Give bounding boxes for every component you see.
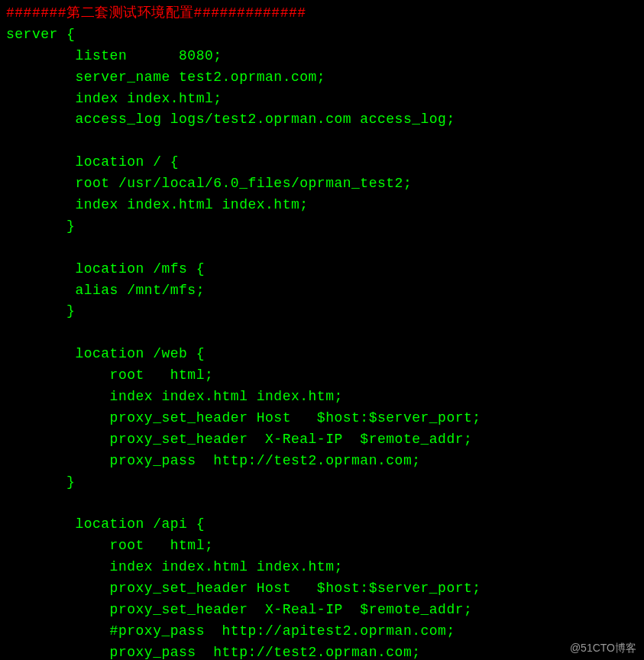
code-line: server {	[6, 24, 638, 46]
code-line	[6, 238, 638, 259]
code-line: proxy_set_header Host $host:$server_port…	[6, 578, 638, 600]
code-line: proxy_set_header X-Real-IP $remote_addr;	[6, 429, 638, 451]
code-line: root html;	[6, 535, 638, 557]
terminal-output: #######第二套测试环境配置#############server { li…	[0, 0, 644, 660]
code-line	[6, 131, 638, 152]
code-line: #######第二套测试环境配置#############	[6, 3, 638, 24]
watermark: @51CTO博客	[570, 642, 636, 655]
code-line: root /usr/local/6.0_files/oprman_test2;	[6, 173, 638, 195]
code-line: }	[6, 216, 638, 238]
code-line	[6, 322, 638, 344]
code-line: alias /mnt/mfs;	[6, 280, 638, 302]
code-line: location /mfs {	[6, 259, 638, 280]
code-line: root html;	[6, 365, 638, 387]
code-line: #proxy_pass http://apitest2.oprman.com;	[6, 621, 638, 642]
code-line: location / {	[6, 152, 638, 173]
code-line: proxy_pass http://test2.oprman.com;	[6, 642, 638, 660]
code-line: server_name test2.oprman.com;	[6, 67, 638, 89]
code-line: listen 8080;	[6, 46, 638, 67]
code-line: location /api {	[6, 514, 638, 535]
code-line	[6, 493, 638, 514]
code-line: }	[6, 301, 638, 322]
code-line: index index.html index.htm;	[6, 557, 638, 578]
code-line: access_log logs/test2.oprman.com access_…	[6, 109, 638, 131]
code-line: proxy_set_header Host $host:$server_port…	[6, 408, 638, 429]
code-line: index index.html;	[6, 89, 638, 110]
code-line: proxy_pass http://test2.oprman.com;	[6, 451, 638, 472]
code-line: }	[6, 472, 638, 493]
code-line: index index.html index.htm;	[6, 387, 638, 408]
code-line: proxy_set_header X-Real-IP $remote_addr;	[6, 600, 638, 621]
code-line: index index.html index.htm;	[6, 195, 638, 216]
code-line: location /web {	[6, 344, 638, 365]
